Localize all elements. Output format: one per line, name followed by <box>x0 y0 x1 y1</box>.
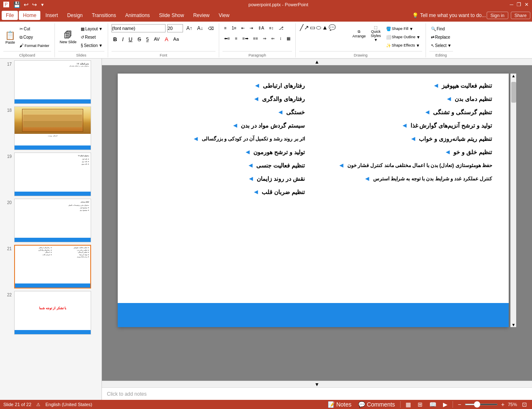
customize-quick-access[interactable]: ▼ <box>40 2 45 8</box>
underline-button[interactable]: U <box>127 35 134 43</box>
layout-button[interactable]: ▦ Layout ▼ <box>79 25 104 33</box>
new-slide-button[interactable]: 🗐 New Slide <box>58 26 79 49</box>
arrange-button[interactable]: ⧉ Arrange <box>351 23 367 44</box>
bullets-button[interactable]: ≡ <box>223 24 228 32</box>
slide-thumb-20[interactable]: 20 اسلاید بیستم محتوای متنی و توضیحات تک… <box>3 199 98 242</box>
slide-thumbnail-21[interactable]: ◄ تنظیم فعالیت هیپوفیز ◄ تنظیم دمای بدن … <box>14 245 91 288</box>
canvas-scroll[interactable]: تنظیم فعالیت هیپوفیز ◄ تنظیم دمای بدن ◄ … <box>102 65 532 381</box>
slide-thumbnail-22[interactable]: با تشکر از توجه شما <box>14 291 91 335</box>
select-button[interactable]: ↖ Select ▼ <box>429 42 453 49</box>
smartart-button[interactable]: ⎇ <box>277 24 285 32</box>
slide-thumb-17[interactable]: 17 متن اسلاید ۱۷ محتوای متنی در اسلاید ه… <box>3 60 98 104</box>
shape-oval[interactable]: ⬭ <box>316 24 321 31</box>
align-text-button[interactable]: ≡↕ <box>267 24 275 32</box>
font-color-button[interactable]: A <box>163 35 170 43</box>
shape-fill-button[interactable]: 🪣 Shape Fill ▼ <box>384 25 422 32</box>
section-button[interactable]: § Section ▼ <box>79 42 104 49</box>
replace-button[interactable]: ⇄ Replace <box>429 33 453 41</box>
decrease-indent-button[interactable]: ⇤ <box>240 24 246 32</box>
scroll-up-button[interactable]: ▲ <box>102 59 532 65</box>
align-center-button[interactable]: ≡ <box>233 34 239 42</box>
reading-view-button[interactable]: 📖 <box>428 401 438 408</box>
zoom-in-button[interactable]: + <box>500 401 506 408</box>
increase-indent-button[interactable]: ⇥ <box>248 24 255 32</box>
close-button[interactable]: ✕ <box>525 2 529 7</box>
increase-font-button[interactable]: A↑ <box>185 25 194 32</box>
slide-panel-scroll[interactable]: 17 متن اسلاید ۱۷ محتوای متنی در اسلاید ه… <box>0 59 101 400</box>
fit-slide-button[interactable]: ⊡ <box>520 401 529 408</box>
find-button[interactable]: 🔍 Find <box>429 25 453 32</box>
notes-button[interactable]: 📝 Notes <box>326 401 353 408</box>
menu-home[interactable]: Home <box>19 11 40 20</box>
slide-thumbnail-17[interactable]: متن اسلاید ۱۷ محتوای متنی در اسلاید هفده… <box>14 60 91 104</box>
decrease-font-button[interactable]: A↓ <box>195 25 205 32</box>
vscroll-thumb[interactable] <box>511 82 516 103</box>
zoom-out-button[interactable]: − <box>456 401 463 408</box>
reset-button[interactable]: ↺ Reset <box>79 34 104 41</box>
justify-button[interactable]: ≡≡ <box>252 34 260 42</box>
shape-callout[interactable]: 💬 <box>329 24 336 31</box>
menu-view[interactable]: View <box>215 11 234 20</box>
menu-animations[interactable]: Animations <box>121 11 154 20</box>
shape-arrow[interactable]: ↗ <box>304 24 309 31</box>
menu-insert[interactable]: Insert <box>41 11 62 20</box>
redo-button[interactable]: ↪ <box>31 0 38 9</box>
menu-design[interactable]: Design <box>63 11 87 20</box>
change-case-button[interactable]: Aa <box>172 35 181 43</box>
slide-thumb-22[interactable]: 22 با تشکر از توجه شما <box>3 291 98 335</box>
menu-transitions[interactable]: Transitions <box>88 11 120 20</box>
slide-thumb-18[interactable]: 18 لایه‌های پوست <box>3 106 98 150</box>
save-button[interactable]: 💾 <box>12 0 21 9</box>
paste-button[interactable]: 📋 Paste <box>3 26 17 49</box>
align-right-button[interactable]: ≡➡ <box>241 34 250 42</box>
slide-thumb-19[interactable]: 19 محتوای اسلاید ۱۹ ● نکته اول ● نکته دو… <box>3 153 98 196</box>
char-spacing-button[interactable]: AV <box>152 35 161 43</box>
scroll-down-button[interactable]: ▼ <box>102 381 532 387</box>
restore-button[interactable]: ❐ <box>517 2 521 7</box>
cut-button[interactable]: ✂ Cut <box>18 25 51 33</box>
vscroll-down[interactable]: ▼ <box>511 323 516 327</box>
slide-thumb-21[interactable]: 21 ◄ تنظیم فعالیت هیپوفیز ◄ تنظیم دمای ب… <box>3 245 98 288</box>
tell-me[interactable]: 💡 Tell me what you want to do... <box>412 12 486 18</box>
notes-bar[interactable]: Click to add notes <box>102 387 532 400</box>
slide-thumbnail-18[interactable]: لایه‌های پوست <box>14 106 91 150</box>
menu-slideshow[interactable]: Slide Show <box>155 11 188 20</box>
sign-in-button[interactable]: Sign in <box>487 12 508 19</box>
columns-button[interactable]: ▦ <box>285 34 292 42</box>
menu-file[interactable]: File <box>2 11 18 20</box>
undo-button[interactable]: ↩ <box>23 0 30 9</box>
italic-button[interactable]: I <box>120 35 125 43</box>
normal-view-button[interactable]: ▦ <box>404 401 413 408</box>
ltr-button[interactable]: ⇐ <box>270 34 276 42</box>
minimize-button[interactable]: ─ <box>510 2 513 7</box>
comments-button[interactable]: 💬 Comments <box>356 401 397 408</box>
align-left-button[interactable]: ⬅≡ <box>223 34 232 42</box>
shape-line[interactable]: ╱ <box>300 24 303 31</box>
canvas-vscroll[interactable]: ▲ ▼ <box>510 74 516 327</box>
quick-styles-button[interactable]: ⬚ Quick Styles ▼ <box>369 23 383 44</box>
rtl-button[interactable]: ⇒ <box>261 34 268 42</box>
text-direction-button[interactable]: ⇕A <box>256 24 266 32</box>
numbering-button[interactable]: 1≡ <box>230 24 238 32</box>
copy-button[interactable]: ⧉ Copy <box>18 34 51 41</box>
share-button[interactable]: Share <box>511 12 530 19</box>
slide-sorter-button[interactable]: ⊞ <box>416 401 424 408</box>
font-family-input[interactable] <box>111 24 166 32</box>
vscroll-up[interactable]: ▲ <box>511 74 516 78</box>
format-painter-button[interactable]: 🖌 Format Painter <box>18 42 51 49</box>
zoom-slider[interactable] <box>465 404 498 405</box>
strikethrough-button[interactable]: S <box>136 35 143 43</box>
slideshow-button[interactable]: ▶ <box>441 401 449 408</box>
shadow-button[interactable]: S̲ <box>144 35 151 43</box>
shape-rect[interactable]: ▭ <box>310 24 315 31</box>
bold-button[interactable]: B <box>111 35 119 43</box>
line-spacing-button[interactable]: ↕ <box>278 34 283 42</box>
clear-format-button[interactable]: ⌫ <box>206 25 215 32</box>
slide-thumbnail-19[interactable]: محتوای اسلاید ۱۹ ● نکته اول ● نکته دوم ●… <box>14 153 91 196</box>
shape-triangle[interactable]: ▲ <box>322 24 328 31</box>
font-size-input[interactable] <box>167 24 183 32</box>
slide-thumbnail-20[interactable]: اسلاید بیستم محتوای متنی و توضیحات تکمیل… <box>14 199 91 242</box>
shape-outline-button[interactable]: ⬜ Shape Outline ▼ <box>384 33 422 41</box>
shape-effects-button[interactable]: ✨ Shape Effects ▼ <box>384 42 422 49</box>
menu-review[interactable]: Review <box>189 11 213 20</box>
